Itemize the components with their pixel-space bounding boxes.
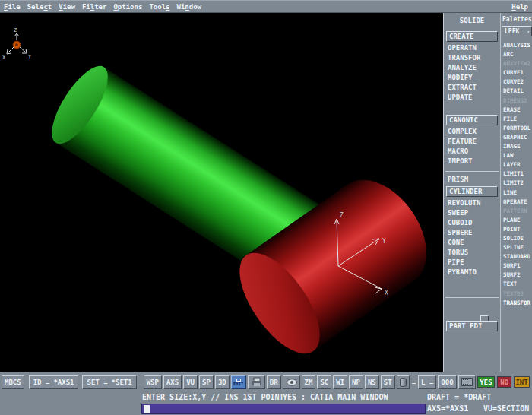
- cylinder-tool-button[interactable]: [397, 375, 410, 389]
- solide-item[interactable]: COMPLEX: [444, 127, 500, 137]
- view-mode-button[interactable]: [283, 375, 300, 389]
- solide-item[interactable]: ANALYZE: [444, 63, 500, 73]
- menu-item-help[interactable]: Help: [511, 3, 528, 11]
- palette-item[interactable]: LIMIT2: [501, 179, 532, 188]
- bottom-toolbar: MBCS ID = *AXS1 SET = *SET1 WSP AXS VU S…: [0, 372, 532, 391]
- palette-item[interactable]: SURF1: [501, 261, 532, 271]
- solide-item[interactable]: CONE: [444, 238, 500, 248]
- catia-window: { "menu": { "items": ["File", "Select", …: [0, 0, 532, 415]
- id-field[interactable]: ID = *AXS1: [29, 375, 79, 389]
- exit-button[interactable]: EXIT: [231, 375, 246, 389]
- solide-item[interactable]: CUBOID: [444, 218, 500, 228]
- solide-item[interactable]: UPDATE: [444, 93, 500, 103]
- palette-item[interactable]: ANALYSIS: [501, 41, 532, 50]
- keyboard-button[interactable]: [458, 375, 476, 389]
- br-button[interactable]: BR: [267, 375, 281, 389]
- command-input[interactable]: [141, 404, 426, 414]
- corner-axis-label-x: X: [2, 55, 6, 61]
- int-button[interactable]: INT: [514, 376, 530, 388]
- cylinder-button[interactable]: CYLINDER: [446, 186, 498, 197]
- set-field-label: SET =: [87, 379, 107, 386]
- menu-item-file[interactable]: File: [4, 3, 21, 11]
- palette-item[interactable]: IMAGE: [501, 142, 532, 151]
- prompt-text: ENTER SIZE:X,Y // INS 1ST POINT: [142, 393, 284, 401]
- main-window-label: YES : CATIA MAIN WINDOW: [283, 393, 388, 401]
- no-button[interactable]: NO: [497, 376, 511, 388]
- vu-button[interactable]: VU: [183, 375, 198, 389]
- palette-item[interactable]: SOLIDE: [501, 234, 532, 243]
- solide-item[interactable]: OPERATN: [444, 43, 500, 53]
- axs-button[interactable]: AXS: [163, 375, 182, 389]
- mbcs-button[interactable]: MBCS: [2, 375, 24, 389]
- palette-item[interactable]: LIMIT1: [501, 169, 532, 179]
- palette-item[interactable]: ERASE: [501, 106, 532, 115]
- menu-item-filter[interactable]: Filter: [82, 3, 107, 11]
- menu-item-view[interactable]: View: [59, 3, 75, 11]
- print-button[interactable]: [248, 375, 265, 389]
- ns-button[interactable]: NS: [365, 375, 379, 389]
- palettes-title: Palettes:: [502, 16, 532, 23]
- solide-item[interactable]: TORUS: [444, 248, 500, 258]
- palette-item[interactable]: SPLINE: [501, 243, 532, 252]
- solide-item[interactable]: MODIFY: [444, 73, 500, 83]
- palette-item[interactable]: SURF2: [501, 271, 532, 280]
- menu-item-options[interactable]: Options: [113, 3, 142, 11]
- palette-item[interactable]: TRANSFOR: [501, 299, 532, 308]
- palette-item: AUXVIEW2: [501, 59, 532, 68]
- palette-item[interactable]: STANDARD: [501, 252, 532, 261]
- palette-item[interactable]: CURVE1: [501, 68, 532, 78]
- set-field[interactable]: SET = *SET1: [82, 375, 136, 389]
- solide-item[interactable]: FEATURE: [444, 137, 500, 147]
- palette-selector[interactable]: LPFK ▾: [502, 26, 532, 36]
- palette-item[interactable]: GRAPHIC: [501, 133, 532, 142]
- palette-item[interactable]: OPERATE: [501, 198, 532, 207]
- zm-button[interactable]: ZM: [302, 375, 316, 389]
- set-field-value: *SET1: [112, 379, 132, 386]
- solide-item[interactable]: TRANSFOR: [444, 53, 500, 63]
- keyboard-icon: [461, 378, 473, 386]
- palette-item[interactable]: LAYER: [501, 160, 532, 169]
- viewport-canvas[interactable]: Z X Y Z Y X: [0, 13, 443, 372]
- status-row-input: AXS=*AXS1 VU=SECTION: [0, 403, 532, 415]
- np-button[interactable]: NP: [349, 375, 363, 389]
- solide-item[interactable]: SWEEP: [444, 208, 500, 218]
- solide-item[interactable]: PRISM: [444, 175, 500, 185]
- palette-item: TEXTD2: [501, 290, 532, 299]
- solide-item[interactable]: IMPORT: [444, 157, 500, 166]
- solide-item[interactable]: MACRO: [444, 147, 500, 157]
- palette-item[interactable]: DETAIL: [501, 87, 532, 96]
- counter-field[interactable]: 000: [438, 375, 456, 389]
- wsp-button[interactable]: WSP: [144, 375, 162, 389]
- palette-item[interactable]: LAW: [501, 151, 532, 160]
- palette-item[interactable]: POINT: [501, 225, 532, 234]
- sc-button[interactable]: SC: [317, 375, 331, 389]
- st-button[interactable]: ST: [381, 375, 395, 389]
- palette-selector-value: LPFK: [505, 28, 519, 35]
- text-cursor: [144, 405, 150, 413]
- menu-item-tools[interactable]: Tools: [149, 3, 169, 11]
- view-status-label: VU=SECTION: [483, 404, 529, 413]
- palette-item[interactable]: TEXT: [501, 280, 532, 289]
- sp-button[interactable]: SP: [199, 375, 214, 389]
- menu-item-select[interactable]: Select: [27, 3, 52, 11]
- solide-item[interactable]: SPHERE: [444, 228, 500, 238]
- palette-item[interactable]: ARC: [501, 50, 532, 59]
- solide-item[interactable]: PIPE: [444, 258, 500, 268]
- palette-item[interactable]: LINE: [501, 188, 532, 198]
- solide-item[interactable]: PYRAMID: [444, 268, 500, 277]
- 3d-button[interactable]: 3D: [215, 375, 230, 389]
- solide-item[interactable]: EXTRACT: [444, 83, 500, 93]
- canonic-button[interactable]: CANONIC: [446, 115, 498, 125]
- palette-item[interactable]: CURVE2: [501, 78, 532, 87]
- corner-axis-label-z: Z: [14, 27, 17, 33]
- palette-item[interactable]: PLANE: [501, 216, 532, 225]
- layer-field-label[interactable]: L =: [418, 375, 436, 389]
- menu-item-window[interactable]: Window: [176, 3, 201, 11]
- yes-button[interactable]: YES: [477, 376, 496, 388]
- part-edit-button[interactable]: PART EDI: [446, 321, 498, 331]
- palette-item[interactable]: FORMTOOL: [501, 124, 532, 133]
- solide-item[interactable]: REVOLUTN: [444, 198, 500, 208]
- palette-item[interactable]: FILE: [501, 115, 532, 124]
- create-button[interactable]: CREATE: [446, 31, 498, 42]
- wi-button[interactable]: WI: [333, 375, 347, 389]
